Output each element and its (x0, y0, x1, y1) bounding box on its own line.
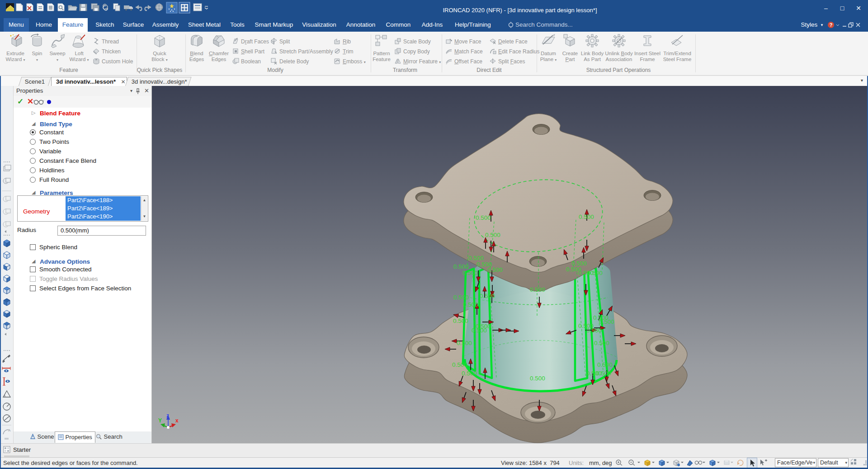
svg-text:x: x (175, 417, 179, 424)
svg-text:0.500: 0.500 (530, 375, 545, 382)
svg-text:0.500: 0.500 (530, 286, 545, 293)
svg-text:0.500: 0.500 (480, 293, 495, 299)
svg-text:0.500: 0.500 (596, 370, 611, 377)
svg-text:0.500: 0.500 (453, 317, 468, 324)
svg-text:0.500: 0.500 (457, 340, 472, 346)
svg-text:0.500: 0.500 (599, 318, 614, 325)
svg-text:0.500: 0.500 (485, 232, 500, 238)
svg-text:?: ? (830, 22, 833, 28)
svg-text:0.500: 0.500 (453, 263, 469, 270)
svg-text:0.500: 0.500 (476, 214, 491, 221)
svg-text:0.500: 0.500 (472, 327, 487, 334)
svg-text:0.500: 0.500 (468, 255, 484, 261)
svg-text:Y: Y (158, 417, 162, 424)
svg-text:0.500: 0.500 (453, 294, 469, 301)
svg-text:0.500: 0.500 (597, 361, 613, 368)
svg-text:0.500: 0.500 (462, 370, 477, 377)
svg-text:0.500: 0.500 (463, 301, 478, 308)
svg-text:A: A (8, 428, 11, 432)
svg-text:0.500: 0.500 (462, 270, 478, 276)
svg-text:0.500: 0.500 (586, 327, 602, 334)
svg-text:0.500: 0.500 (487, 266, 503, 273)
svg-text:0.500: 0.500 (587, 270, 603, 276)
svg-text:z: z (166, 412, 169, 419)
svg-text:0.500: 0.500 (594, 340, 609, 346)
svg-text:0.500: 0.500 (452, 361, 467, 368)
svg-text:0.500: 0.500 (579, 213, 594, 220)
